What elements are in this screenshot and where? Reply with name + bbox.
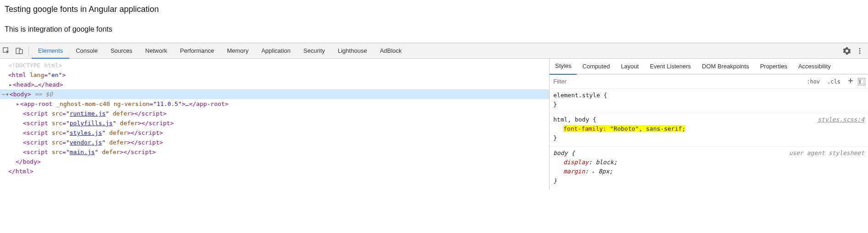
dom-script-vendor[interactable]: <script src="vendor.js" defer></script> [0,138,549,147]
svg-point-3 [859,48,861,49]
dom-app-root[interactable]: ▸<app-root _nghost-mom-c40 ng-version="1… [0,99,549,109]
toolbar-separator [28,46,29,55]
styles-tab-styles[interactable]: Styles [550,58,577,75]
dom-body-close[interactable]: </body> [0,157,549,166]
page-content: Testing google fonts in Angular applicat… [0,0,868,43]
styles-tab-accessibility[interactable]: Accessibility [793,59,836,74]
dom-html-close[interactable]: </html> [0,166,549,176]
dom-script-styles[interactable]: <script src="styles.js" defer></script> [0,128,549,138]
dom-body-selected[interactable]: ⋯▾<body> == $0 [0,89,549,99]
devtools: Elements Console Sources Network Perform… [0,43,868,189]
hov-toggle[interactable]: :hov [803,78,823,85]
tab-security[interactable]: Security [297,43,331,58]
dom-script-runtime[interactable]: <script src="runtime.js" defer></script> [0,109,549,118]
dom-doctype[interactable]: <!DOCTYPE html> [0,61,549,70]
page-heading: Testing google fonts in Angular applicat… [5,5,863,14]
svg-rect-7 [859,79,861,84]
tab-application[interactable]: Application [255,43,297,58]
tab-sources[interactable]: Sources [104,43,139,58]
devtools-body: <!DOCTYPE html> <html lang="en"> ▸<head>… [0,59,868,189]
tab-console[interactable]: Console [69,43,104,58]
settings-gear-icon[interactable] [840,44,853,57]
styles-tab-dom-breakpoints[interactable]: DOM Breakpoints [696,59,755,74]
styles-panel: Styles Computed Layout Event Listeners D… [549,59,868,189]
tab-performance[interactable]: Performance [173,43,220,58]
rule-body-ua[interactable]: user agent stylesheet body { display: bl… [550,147,868,189]
svg-rect-2 [19,50,22,54]
page-paragraph: This is integration of google fonts [5,25,863,33]
tab-memory[interactable]: Memory [221,43,255,58]
svg-point-4 [859,50,861,51]
more-vertical-icon[interactable] [853,44,866,57]
styles-tab-computed[interactable]: Computed [577,59,615,74]
styles-tab-properties[interactable]: Properties [755,59,793,74]
dom-head[interactable]: ▸<head>…</head> [0,80,549,89]
devtools-right-controls [840,44,868,57]
devtools-toolbar: Elements Console Sources Network Perform… [0,43,868,59]
cls-toggle[interactable]: .cls [823,78,844,85]
dom-script-main[interactable]: <script src="main.js" defer></script> [0,147,549,157]
styles-tabs: Styles Computed Layout Event Listeners D… [550,59,868,74]
dom-html-open[interactable]: <html lang="en"> [0,70,549,80]
styles-tab-layout[interactable]: Layout [615,59,644,74]
devtools-tabs: Elements Console Sources Network Perform… [32,43,840,58]
new-style-rule-icon[interactable] [844,78,857,85]
toggle-sidebar-icon[interactable] [858,78,865,85]
svg-point-5 [859,52,861,54]
rule-source-link[interactable]: styles.scss:4 [818,115,864,124]
device-toolbar-icon[interactable] [13,44,26,57]
elements-panel[interactable]: <!DOCTYPE html> <html lang="en"> ▸<head>… [0,59,549,189]
tab-adblock[interactable]: AdBlock [373,43,408,58]
styles-filter-row: :hov .cls [550,74,868,89]
inspect-element-icon[interactable] [0,44,13,57]
tab-elements[interactable]: Elements [32,43,69,59]
dom-script-polyfills[interactable]: <script src="polyfills.js" defer></scrip… [0,118,549,128]
tab-network[interactable]: Network [139,43,174,58]
styles-tab-event-listeners[interactable]: Event Listeners [644,59,696,74]
rule-element-style[interactable]: element.style { } [550,89,868,113]
styles-filter-input[interactable] [550,78,803,85]
rule-html-body[interactable]: styles.scss:4 html, body { font-family: … [550,113,868,147]
rule-source-ua: user agent stylesheet [789,149,864,158]
tab-lighthouse[interactable]: Lighthouse [331,43,373,58]
